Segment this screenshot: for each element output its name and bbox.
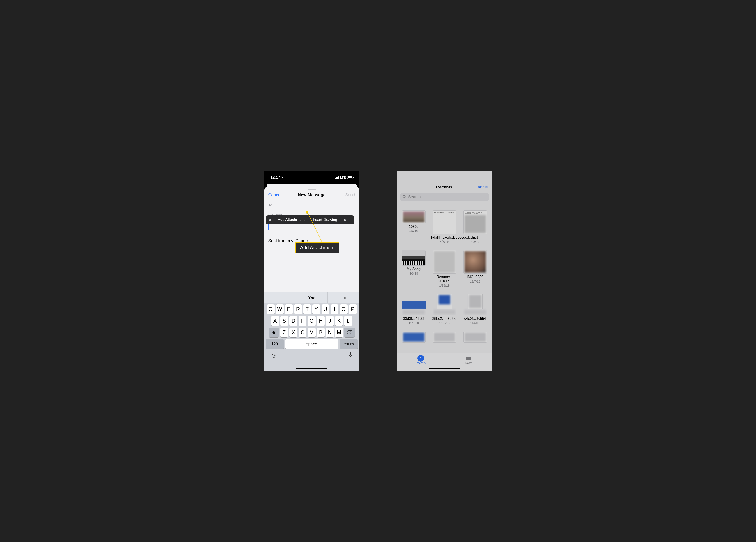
key-t[interactable]: T [303, 304, 311, 314]
file-thumbnail [433, 250, 456, 274]
key-v[interactable]: V [308, 327, 316, 337]
file-item[interactable]: IMG_0389 11/7/18 [460, 250, 490, 287]
send-button[interactable]: Send [345, 193, 355, 197]
file-item[interactable]: -----BEGIN RSA PRIVATE KEY-----Proc-Type… [460, 211, 490, 244]
svg-rect-0 [350, 352, 351, 355]
search-icon [402, 195, 406, 199]
space-key[interactable]: space [285, 339, 338, 349]
message-body[interactable]: Sent from my iPhone Add Attachment [264, 221, 359, 247]
key-a[interactable]: A [271, 316, 279, 326]
predict-3[interactable]: I’m [328, 292, 359, 302]
file-item[interactable]: Resume - 201809 1/18/19 [430, 250, 459, 287]
tab-label: Browse [464, 361, 473, 365]
file-name: My Song [407, 267, 421, 271]
file-thumbnail [402, 294, 426, 315]
location-icon: ➤ [281, 176, 283, 179]
file-item[interactable]: 35bc2…b7e8fe 11/6/18 [430, 294, 459, 324]
file-thumbnail [402, 211, 426, 224]
file-item[interactable] [430, 331, 459, 344]
key-h[interactable]: H [317, 316, 325, 326]
key-k[interactable]: K [335, 316, 343, 326]
backspace-icon [347, 330, 352, 334]
file-item[interactable] [460, 331, 490, 344]
file-item[interactable]: ☁︎ My Song 4/3/19 [399, 250, 429, 287]
key-n[interactable]: N [326, 327, 334, 337]
key-y[interactable]: Y [312, 304, 320, 314]
key-u[interactable]: U [322, 304, 329, 314]
file-thumbnail: ☁︎ [402, 250, 426, 266]
search-bar[interactable]: Search [400, 193, 489, 201]
key-l[interactable]: L [344, 316, 352, 326]
file-date: 4/3/19 [440, 240, 449, 244]
file-item[interactable]: c4c0f…3c554 11/6/18 [460, 294, 490, 324]
file-date: 5/4/19 [409, 229, 418, 233]
file-thumbnail: fdsffffdxcdcdcdcdcdcdcdc [433, 211, 456, 234]
file-thumbnail: -----BEGIN RSA PRIVATE KEY-----Proc-Type… [463, 211, 487, 234]
key-row-1: Q W E R T Y U I O P [264, 302, 359, 314]
key-r[interactable]: R [294, 304, 302, 314]
key-g[interactable]: G [308, 316, 316, 326]
file-name: Resume - 201809 [431, 275, 458, 283]
file-date: 4/3/19 [471, 240, 479, 244]
shift-icon [272, 330, 276, 335]
picker-cancel-button[interactable]: Cancel [470, 185, 488, 190]
file-item[interactable] [399, 331, 429, 344]
file-name: text [472, 236, 478, 240]
file-date: 4/3/19 [409, 272, 418, 275]
dictation-key-icon[interactable] [348, 351, 353, 359]
file-name: c4c0f…3c554 [464, 316, 486, 320]
to-field[interactable]: To: [264, 200, 359, 210]
key-d[interactable]: D [289, 316, 297, 326]
predictive-bar: I Yes I’m [264, 292, 359, 302]
home-indicator[interactable] [296, 368, 327, 369]
keyboard: I Yes I’m Q W E R T Y U I O P A S D F G … [264, 292, 359, 371]
shift-key[interactable] [269, 327, 279, 337]
file-name: 35bc2…b7e8fe [432, 316, 456, 320]
picker-nav: Recents Cancel [397, 171, 492, 192]
status-time: 12:17 [271, 175, 280, 180]
backspace-key[interactable] [344, 327, 355, 337]
tab-label: Recents [416, 361, 426, 365]
key-row-2: A S D F G H J K L [264, 314, 359, 326]
battery-icon [347, 176, 353, 179]
svg-line-4 [405, 198, 406, 199]
key-c[interactable]: C [299, 327, 306, 337]
cancel-button[interactable]: Cancel [268, 193, 281, 197]
key-p[interactable]: P [349, 304, 357, 314]
return-key[interactable]: return [340, 339, 358, 349]
network-label: LTE [340, 176, 346, 179]
predict-1[interactable]: I [264, 292, 296, 302]
home-indicator[interactable] [429, 368, 460, 369]
ccbcc-field[interactable]: Cc/Bcc: ◀ Add Attachment Insert Drawing … [264, 210, 359, 221]
key-e[interactable]: E [285, 304, 293, 314]
file-item[interactable]: fdsffffdxcdcdcdcdcdcdcdc Fdsffffffdxcdcd… [430, 211, 459, 244]
files-grid: 1080p 5/4/19 fdsffffdxcdcdcdcdcdcdcdc Fd… [397, 203, 492, 344]
file-name: 1080p [409, 225, 419, 229]
key-q[interactable]: Q [267, 304, 275, 314]
file-date: 11/6/18 [470, 321, 480, 325]
key-m[interactable]: M [335, 327, 343, 337]
key-f[interactable]: F [299, 316, 306, 326]
key-j[interactable]: J [326, 316, 334, 326]
sheet-grabber[interactable] [308, 189, 316, 190]
clock-icon [417, 355, 424, 361]
file-item[interactable]: 1080p 5/4/19 [399, 211, 429, 244]
key-i[interactable]: I [331, 304, 338, 314]
compose-nav: Cancel New Message Send [264, 191, 359, 200]
emoji-key-icon[interactable]: ☺ [271, 352, 277, 359]
key-w[interactable]: W [276, 304, 284, 314]
predict-2[interactable]: Yes [296, 292, 328, 302]
compose-sheet: Cancel New Message Send To: Cc/Bcc: ◀ Ad… [264, 187, 359, 296]
status-right: LTE [335, 176, 353, 179]
key-b[interactable]: B [317, 327, 325, 337]
key-z[interactable]: Z [280, 327, 288, 337]
file-thumbnail [402, 331, 426, 343]
numbers-key[interactable]: 123 [266, 339, 284, 349]
key-x[interactable]: X [289, 327, 297, 337]
key-o[interactable]: O [340, 304, 348, 314]
file-item[interactable]: 03d3f…4fb23 11/6/18 [399, 294, 429, 324]
file-date: 11/7/18 [470, 280, 480, 283]
file-thumbnail [433, 294, 456, 315]
key-s[interactable]: S [280, 316, 288, 326]
file-name: 03d3f…4fb23 [403, 316, 424, 320]
